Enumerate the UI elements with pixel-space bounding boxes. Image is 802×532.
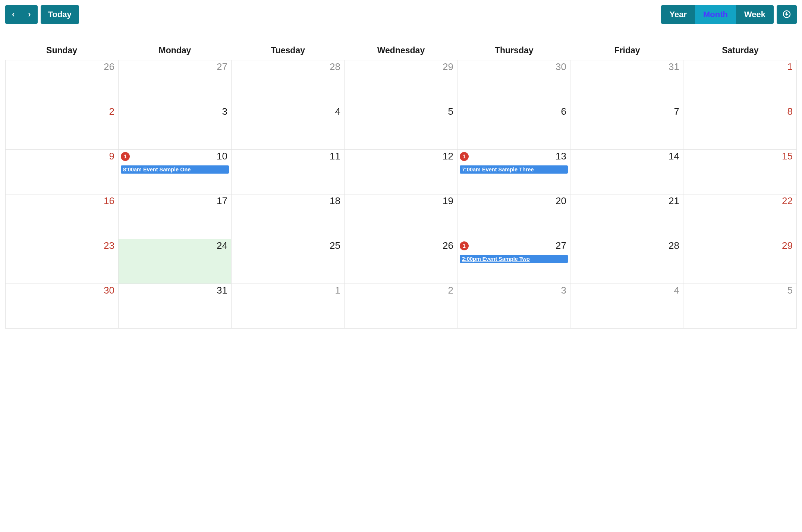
day-cell[interactable]: 20 xyxy=(457,194,570,239)
day-number: 5 xyxy=(448,106,453,117)
day-number: 14 xyxy=(669,151,679,162)
day-events: 8:00am Event Sample One xyxy=(121,165,229,174)
day-cell[interactable]: 30 xyxy=(457,60,570,105)
day-cell[interactable]: 11 xyxy=(232,149,345,194)
day-number: 6 xyxy=(561,106,566,117)
day-cell[interactable]: 8 xyxy=(683,105,796,149)
day-number: 30 xyxy=(104,285,114,296)
day-cell[interactable]: 29 xyxy=(683,239,796,284)
day-cell[interactable]: 2 xyxy=(6,105,119,149)
day-number: 31 xyxy=(669,61,679,73)
weekday-header: Saturday xyxy=(684,42,797,60)
day-cell[interactable]: 28 xyxy=(570,239,683,284)
toolbar-left: ‹ › Today xyxy=(5,5,79,24)
day-cell[interactable]: 2 xyxy=(345,284,457,328)
day-number: 17 xyxy=(217,195,227,207)
day-cell[interactable]: 22 xyxy=(683,194,796,239)
day-number: 19 xyxy=(443,195,453,207)
day-cell[interactable]: 9 xyxy=(6,149,119,194)
day-number: 28 xyxy=(330,61,340,73)
day-cell[interactable]: 7 xyxy=(570,105,683,149)
day-number: 4 xyxy=(335,106,340,117)
day-cell[interactable]: 1 xyxy=(232,284,345,328)
day-number: 13 xyxy=(556,151,566,162)
today-button[interactable]: Today xyxy=(41,5,79,24)
day-cell[interactable]: 2712:00pm Event Sample Two xyxy=(457,239,570,284)
day-number: 16 xyxy=(104,195,114,207)
day-cell[interactable]: 26 xyxy=(345,239,457,284)
day-number: 9 xyxy=(109,151,114,162)
calendar-event[interactable]: 2:00pm Event Sample Two xyxy=(460,255,568,263)
day-cell[interactable]: 26 xyxy=(6,60,119,105)
day-cell[interactable]: 30 xyxy=(6,284,119,328)
day-cell[interactable]: 19 xyxy=(345,194,457,239)
weekday-header: Wednesday xyxy=(345,42,457,60)
toolbar-right: Year Month Week xyxy=(661,5,797,24)
day-number: 7 xyxy=(674,106,679,117)
calendar-toolbar: ‹ › Today Year Month Week xyxy=(5,5,797,24)
next-button[interactable]: › xyxy=(21,5,37,24)
day-cell[interactable]: 5 xyxy=(345,105,457,149)
day-cell[interactable]: 25 xyxy=(232,239,345,284)
day-number: 8 xyxy=(787,106,793,117)
day-number: 26 xyxy=(443,240,453,251)
event-count-badge: 1 xyxy=(460,152,469,161)
day-number: 1 xyxy=(335,285,340,296)
day-number: 3 xyxy=(561,285,566,296)
day-cell[interactable]: 1317:00am Event Sample Three xyxy=(457,149,570,194)
day-cell[interactable]: 5 xyxy=(683,284,796,328)
day-number: 30 xyxy=(556,61,566,73)
day-number: 27 xyxy=(217,61,227,73)
day-number: 4 xyxy=(674,285,679,296)
event-count-badge: 1 xyxy=(121,152,130,161)
day-cell[interactable]: 12 xyxy=(345,149,457,194)
day-number: 21 xyxy=(669,195,679,207)
day-number: 20 xyxy=(556,195,566,207)
calendar-event[interactable]: 7:00am Event Sample Three xyxy=(460,165,568,174)
day-number: 15 xyxy=(782,151,793,162)
day-cell[interactable]: 17 xyxy=(119,194,232,239)
download-icon xyxy=(783,10,791,19)
day-number: 11 xyxy=(330,151,340,162)
view-switch: Year Month Week xyxy=(661,5,774,24)
day-cell[interactable]: 24 xyxy=(119,239,232,284)
day-number: 26 xyxy=(104,61,114,73)
day-cell[interactable]: 3 xyxy=(457,284,570,328)
weekday-header: Monday xyxy=(118,42,231,60)
day-cell[interactable]: 1018:00am Event Sample One xyxy=(119,149,232,194)
weekday-header: Sunday xyxy=(5,42,118,60)
day-cell[interactable]: 18 xyxy=(232,194,345,239)
day-cell[interactable]: 14 xyxy=(570,149,683,194)
day-cell[interactable]: 31 xyxy=(119,284,232,328)
prev-button[interactable]: ‹ xyxy=(5,5,21,24)
day-cell[interactable]: 1 xyxy=(683,60,796,105)
day-number: 10 xyxy=(217,151,227,162)
day-number: 23 xyxy=(104,240,114,251)
day-cell[interactable]: 6 xyxy=(457,105,570,149)
weekday-header: Tuesday xyxy=(232,42,345,60)
day-cell[interactable]: 21 xyxy=(570,194,683,239)
calendar-event[interactable]: 8:00am Event Sample One xyxy=(121,165,229,174)
day-cell[interactable]: 28 xyxy=(232,60,345,105)
view-year-button[interactable]: Year xyxy=(661,5,695,24)
day-cell[interactable]: 16 xyxy=(6,194,119,239)
day-number: 2 xyxy=(448,285,453,296)
download-button[interactable] xyxy=(777,5,797,24)
day-cell[interactable]: 27 xyxy=(119,60,232,105)
day-cell[interactable]: 31 xyxy=(570,60,683,105)
day-events: 2:00pm Event Sample Two xyxy=(460,255,568,263)
view-week-button[interactable]: Week xyxy=(736,5,774,24)
weekday-header: Thursday xyxy=(457,42,570,60)
weekday-header: Friday xyxy=(570,42,683,60)
day-cell[interactable]: 4 xyxy=(232,105,345,149)
day-cell[interactable]: 23 xyxy=(6,239,119,284)
weekday-header-row: Sunday Monday Tuesday Wednesday Thursday… xyxy=(5,42,797,60)
day-cell[interactable]: 15 xyxy=(683,149,796,194)
view-month-button[interactable]: Month xyxy=(695,5,736,24)
day-events: 7:00am Event Sample Three xyxy=(460,165,568,174)
calendar-grid: 2627282930311234567891018:00am Event Sam… xyxy=(6,60,796,328)
day-cell[interactable]: 3 xyxy=(119,105,232,149)
day-cell[interactable]: 4 xyxy=(570,284,683,328)
day-cell[interactable]: 29 xyxy=(345,60,457,105)
day-number: 25 xyxy=(330,240,340,251)
